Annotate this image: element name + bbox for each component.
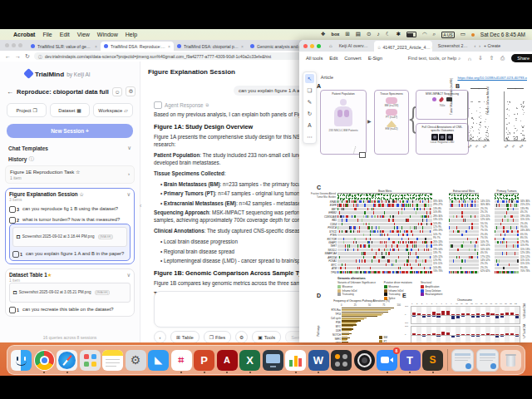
read-aloud-icon[interactable]: ∩ xyxy=(468,56,472,62)
history-item-figure-1e[interactable]: Figure 1E Reproduction Task ☆1 item› xyxy=(5,165,135,184)
dock-minimized-window-1[interactable] xyxy=(451,349,474,372)
expand-icon[interactable]: ⧉ xyxy=(206,102,209,108)
screen-tile-icon[interactable]: ❖ xyxy=(321,32,326,37)
share-button[interactable]: Share xyxy=(511,54,532,62)
comment-tool-icon[interactable]: ❏ xyxy=(305,86,314,95)
menu-edit[interactable]: Edit xyxy=(60,32,70,37)
files-button[interactable]: ❐Files xyxy=(204,331,231,342)
query-row[interactable]: 3can you reproduce fig 1 B using the dat… xyxy=(9,206,131,213)
all-tools-menu[interactable]: All tools xyxy=(306,56,323,61)
star-icon[interactable]: ✱ xyxy=(396,32,400,37)
sidebar-collapse-handle[interactable]: ‹ xyxy=(140,203,141,209)
dock-word[interactable]: W xyxy=(308,350,329,371)
dock-vscode[interactable]: ◣ xyxy=(148,350,169,371)
refresh-tool-icon[interactable]: ↻ xyxy=(305,109,314,118)
dock-powerpoint[interactable]: P xyxy=(194,350,214,371)
dataset-button[interactable]: Dataset▦ xyxy=(50,103,90,117)
settings-button[interactable]: ⚙ xyxy=(235,331,248,342)
more-tools-icon[interactable]: ⋯ xyxy=(305,132,314,141)
back-icon[interactable]: ← xyxy=(5,53,11,59)
find-box[interactable]: Find text, tools, or help⌕ xyxy=(408,56,461,62)
session-card-figure-explanation[interactable]: Figure Explanation Session ☆∨3 items3can… xyxy=(5,188,135,264)
chrome-tab-2[interactable]: TrialMind DSA: cbioportal pr…× xyxy=(174,42,247,51)
dock-slack[interactable]: ⌗ xyxy=(171,350,192,371)
dock-trash[interactable] xyxy=(500,350,521,371)
site-info-icon[interactable]: ⓘ xyxy=(38,54,42,59)
dock-screen-recorder[interactable] xyxy=(354,350,375,371)
dock-launchpad[interactable] xyxy=(80,350,101,371)
doi-link[interactable]: https://doi.org/10.1038/s41467-023-40793… xyxy=(457,76,527,80)
create-button[interactable]: + Create xyxy=(484,43,500,48)
music-icon[interactable]: ♪ xyxy=(377,32,379,37)
menu-acrobat[interactable]: Acrobat xyxy=(13,32,35,37)
edit-menu[interactable]: Edit xyxy=(329,56,337,61)
dock-notes[interactable] xyxy=(102,350,123,371)
text-tool-icon[interactable]: A xyxy=(305,121,314,130)
chat-templates-row[interactable]: Chat Templates∨ xyxy=(8,145,131,151)
dock-system-settings[interactable]: ⚙ xyxy=(126,350,146,371)
gear-icon[interactable]: ⚙ xyxy=(126,86,135,96)
chevron-down-icon[interactable]: ∨ xyxy=(126,272,131,278)
home-icon[interactable]: ⌂ xyxy=(329,43,332,48)
tab-forward-icon[interactable]: › xyxy=(479,43,480,48)
project-button[interactable]: Project❐ xyxy=(7,103,47,117)
acrobat-tab-2[interactable]: Screenshot 2… xyxy=(435,42,471,50)
tab-close-icon[interactable]: × xyxy=(168,44,170,49)
search-icon[interactable]: ⌕ xyxy=(433,32,436,37)
menu-view[interactable]: View xyxy=(77,32,90,37)
menu-file[interactable]: File xyxy=(42,32,52,37)
forward-icon[interactable]: → xyxy=(15,53,21,59)
dock-chrome[interactable] xyxy=(34,350,55,371)
keyboard-icon[interactable]: ▤ xyxy=(356,32,361,37)
dock-finder[interactable] xyxy=(11,350,32,371)
acrobat-tab-0[interactable]: Keiji AI overv… xyxy=(336,42,372,50)
acrobat-traffic-lights[interactable] xyxy=(303,41,321,52)
highlight-tool-icon[interactable]: ✎ xyxy=(305,97,314,106)
session-card-dataset-table[interactable]: Dataset Table 1 ★∨1 item▫Screenshot 2025… xyxy=(5,268,135,317)
tab-close-icon[interactable]: × xyxy=(95,44,97,49)
dock-teams[interactable]: T xyxy=(400,350,421,371)
query-item[interactable]: 2what is tumor burden? how is that measu… xyxy=(9,217,131,224)
new-session-button[interactable]: New Session + xyxy=(7,124,133,138)
table-button[interactable]: ⊞Table xyxy=(170,331,200,342)
members-icon[interactable]: ☺ xyxy=(112,87,123,96)
dock-screen-share[interactable] xyxy=(263,350,283,371)
star-icon[interactable]: ☆ xyxy=(377,45,382,50)
query-row[interactable]: 1can you recreate this table on the data… xyxy=(9,307,131,313)
keyboard-layout[interactable]: A US xyxy=(441,32,454,38)
dock-safari[interactable] xyxy=(57,350,77,371)
display-icon[interactable]: ▭ xyxy=(461,32,466,37)
query-item[interactable]: 3can you reproduce fig 1 B using the dat… xyxy=(9,206,131,213)
dock-zoom[interactable]: 8 xyxy=(377,350,397,371)
chrome-tab-1[interactable]: TrialMind DSA: Reproduce: c…× xyxy=(101,42,174,51)
reload-icon[interactable]: ↻ xyxy=(25,53,30,60)
print-icon[interactable]: ⎙ xyxy=(500,55,505,62)
tools-button[interactable]: ▣Tools xyxy=(252,331,281,342)
chrome-tab-0[interactable]: TrialMind SLR: value of geno…× xyxy=(27,42,101,51)
esign-menu[interactable]: E-Sign xyxy=(368,56,382,61)
select-tool-icon[interactable]: ↖ xyxy=(305,74,314,83)
back-arrow-icon[interactable]: ← xyxy=(7,88,13,96)
control-center-icon[interactable]: ⊙ xyxy=(367,32,371,37)
convert-menu[interactable]: Convert xyxy=(344,56,361,61)
query-row[interactable]: 1can you explain figure 1 A and B in the… xyxy=(12,251,127,258)
dock-sublime-text[interactable]: S xyxy=(422,350,443,371)
box-icon[interactable]: box xyxy=(332,32,340,37)
wifi-icon[interactable]: ◠ xyxy=(422,32,427,37)
collapse-toolbar-button[interactable]: ‹ xyxy=(154,331,166,342)
query-item-selected[interactable]: ▫Screenshot 2025-09-02 at 3.18.44 PM.png… xyxy=(9,224,131,261)
tab-close-icon[interactable]: × xyxy=(241,44,244,49)
query-row[interactable]: 2what is tumor burden? how is that measu… xyxy=(9,217,131,224)
focus-moon-icon[interactable]: ☾ xyxy=(386,32,391,37)
attachment-chip[interactable]: ▫Screenshot 2025-09-02 at 3.18.44 PM.png… xyxy=(12,227,127,247)
dock-numbers-chart[interactable] xyxy=(285,350,306,371)
grid-icon[interactable]: ⊞ xyxy=(345,32,349,37)
menu-help[interactable]: Help xyxy=(126,32,137,37)
dock-acrobat[interactable]: A xyxy=(217,350,238,371)
chrome-traffic-lights[interactable] xyxy=(5,40,22,51)
menu-window[interactable]: Window xyxy=(97,32,118,37)
dock-excel[interactable]: X xyxy=(239,350,260,371)
workspace-button[interactable]: Workspace▱ xyxy=(93,103,133,117)
upload-icon[interactable]: ⇧ xyxy=(490,55,494,62)
address-bar[interactable]: ⓘ dev.trialmindapis.com/api/data-science… xyxy=(34,52,317,60)
